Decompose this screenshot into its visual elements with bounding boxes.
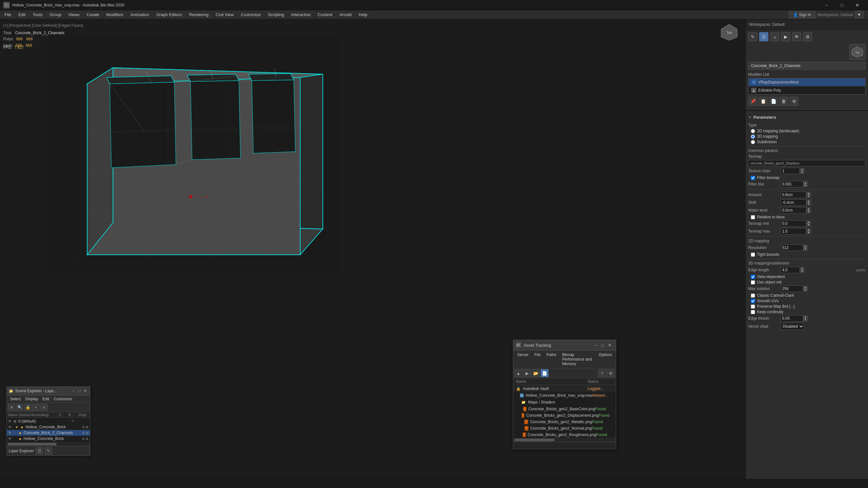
se-menu-customize[interactable]: Customize	[52, 396, 74, 402]
se-filter-btn[interactable]: 🔍	[16, 404, 23, 411]
delete-btn[interactable]: 🗑	[779, 97, 788, 106]
texmap-min-up[interactable]: ▲	[806, 221, 811, 224]
use-object-mtl-check[interactable]	[751, 280, 755, 285]
workspace-dropdown[interactable]: ▼	[855, 11, 864, 19]
at-menu-server[interactable]: Server	[515, 352, 531, 367]
at-scrollbar-thumb[interactable]	[515, 438, 555, 441]
radio-2d-mapping[interactable]: 2D mapping (landscape)	[748, 129, 865, 133]
menu-content[interactable]: Content	[314, 11, 336, 19]
amount-up[interactable]: ▲	[806, 192, 811, 195]
se-add-btn[interactable]: +	[32, 404, 39, 411]
menu-scripting[interactable]: Scripting	[265, 11, 288, 19]
filter-blur-spinbox[interactable]: ▲ ▼	[780, 181, 865, 187]
edge-thresh-spinbox[interactable]: ▲ ▼	[780, 315, 865, 322]
at-row-tex-3[interactable]: T Concrete_Bricks_geo2_Normal.png Found	[513, 425, 616, 431]
at-row-maps[interactable]: 📁 Maps / Shaders	[513, 399, 616, 406]
parameters-header[interactable]: ▼ Parameters	[748, 113, 865, 121]
se-minimize-button[interactable]: −	[71, 388, 76, 394]
edge-length-down[interactable]: ▼	[800, 270, 804, 273]
sign-in-button[interactable]: 👤 Sign In	[789, 11, 815, 19]
shift-up[interactable]: ▲	[806, 200, 811, 202]
vector-displ-select[interactable]: Disabled	[780, 323, 804, 330]
texture-chan-spinbox[interactable]: ▲ ▼	[780, 168, 865, 174]
close-button[interactable]: ✕	[850, 0, 865, 10]
amount-input[interactable]	[780, 192, 806, 198]
menu-file[interactable]: File	[1, 11, 14, 19]
at-row-maxfile[interactable]: 3D Hollow_Concrete_Brick_max_vray.max Ne…	[513, 392, 616, 399]
at-scrollbar[interactable]	[515, 438, 615, 441]
preserve-map-brd-row[interactable]: Preserve Map Brd [...]	[748, 304, 865, 309]
at-tb-btn-1[interactable]: ▲	[515, 369, 522, 377]
radio-2d[interactable]	[751, 129, 755, 133]
at-tb-btn-settings[interactable]: ⚙	[607, 369, 615, 377]
utilities-panel-btn[interactable]: ⚙	[803, 32, 812, 41]
modifier-editable-poly[interactable]: ▲ Editable Poly	[749, 87, 865, 95]
menu-modifiers[interactable]: Modifiers	[103, 11, 127, 19]
smooth-uvs-check[interactable]	[751, 299, 755, 303]
resolution-input[interactable]	[780, 245, 803, 251]
texture-chan-up[interactable]: ▲	[800, 168, 804, 171]
resolution-up[interactable]: ▲	[803, 245, 808, 248]
radio-subdivision[interactable]: Subdivision	[748, 140, 865, 144]
texmap-max-input[interactable]	[780, 228, 806, 234]
menu-arnold[interactable]: Arnold	[336, 11, 355, 19]
hierarchy-panel-btn[interactable]: ▵	[770, 32, 779, 41]
se-row-concrete-brick[interactable]: 👁 ■ Concrete_Brick_2_Channels ⚙ 🗎	[7, 430, 90, 436]
water-level-input[interactable]	[780, 207, 806, 214]
modify-panel-btn[interactable]: ☰	[759, 32, 768, 41]
edge-length-input[interactable]	[780, 267, 800, 273]
at-minimize-button[interactable]: −	[592, 341, 599, 349]
edge-thresh-up[interactable]: ▲	[803, 316, 808, 318]
edge-length-spinbox[interactable]: ▲ ▼	[780, 267, 856, 273]
tight-bounds-check[interactable]	[751, 253, 755, 257]
filter-texmap-row[interactable]: Filter texmap	[748, 175, 865, 180]
texmap-min-down[interactable]: ▼	[806, 224, 811, 226]
shift-spinbox[interactable]: ▲ ▼	[780, 199, 865, 206]
at-close-button[interactable]: ✕	[606, 341, 613, 349]
max-subdivs-spinbox[interactable]: ▲ ▼	[780, 286, 865, 292]
edge-thresh-input[interactable]	[780, 315, 803, 322]
se-close-layer-btn[interactable]: ✕	[8, 404, 15, 411]
water-level-spinbox[interactable]: ▲ ▼	[780, 207, 865, 214]
radio-3d[interactable]	[751, 134, 755, 139]
smooth-uvs-row[interactable]: Smooth UVs	[748, 299, 865, 303]
se-menu-select[interactable]: Select	[8, 396, 23, 402]
menu-tools[interactable]: Tools	[29, 11, 45, 19]
se-lock-btn[interactable]: 🔒	[24, 404, 31, 411]
se-row-hollow-brick[interactable]: 👁 ▼ ■ Hollow_Concrete_Brick ⚙ 🗎	[7, 424, 90, 430]
layer-explore-btn-1[interactable]: ☰	[36, 447, 43, 454]
edge-length-up[interactable]: ▲	[800, 267, 804, 270]
view-dependent-check[interactable]	[751, 275, 755, 279]
menu-rendering[interactable]: Rendering	[186, 11, 212, 19]
minimize-button[interactable]: −	[819, 0, 834, 10]
edge-thresh-down[interactable]: ▼	[803, 318, 808, 321]
menu-edit[interactable]: Edit	[15, 11, 29, 19]
texmap-display[interactable]: oncrete_Bricks_geo2_Displace	[748, 160, 865, 166]
at-menu-bitmap[interactable]: Bitmap Performance and Memory	[559, 352, 595, 367]
se-row-hollow-brick-2[interactable]: 👁 ■ Hollow_Concrete_Brick ⚙ 🗎	[7, 436, 90, 442]
at-restore-button[interactable]: □	[599, 341, 606, 349]
max-subdivs-up[interactable]: ▲	[803, 286, 808, 289]
resolution-down[interactable]: ▼	[803, 248, 808, 251]
view-dependent-row[interactable]: View-dependent	[748, 274, 865, 279]
create-panel-btn[interactable]: ✎	[748, 32, 757, 41]
pin-btn[interactable]: 📌	[748, 97, 757, 106]
radio-3d-mapping[interactable]: 3D mapping	[748, 134, 865, 139]
amount-spinbox[interactable]: ▲ ▼	[780, 192, 865, 198]
at-tb-btn-4[interactable]: 📄	[541, 369, 549, 377]
filter-blur-down[interactable]: ▼	[803, 184, 808, 187]
at-row-tex-2[interactable]: T Concrete_Bricks_geo2_Metallic.png Foun…	[513, 419, 616, 425]
at-row-vault[interactable]: 🔒 Autodesk Vault Logged...	[513, 385, 616, 392]
radio-subdiv[interactable]	[751, 140, 755, 144]
scene-explorer-dialog[interactable]: 📁 Scene Explorer - Laye... − □ ✕ Select …	[6, 386, 90, 456]
layer-explore-btn-2[interactable]: ✎	[45, 447, 52, 454]
at-tb-btn-2[interactable]: ▶	[523, 369, 531, 377]
relative-bbox-row[interactable]: Relative to bbox	[748, 215, 865, 219]
water-level-up[interactable]: ▲	[806, 207, 811, 210]
se-scrollbar-thumb[interactable]	[8, 443, 57, 446]
filter-blur-up[interactable]: ▲	[803, 181, 808, 184]
filter-texmap-check[interactable]	[751, 176, 755, 180]
use-object-mtl-row[interactable]: Use object mtl	[748, 280, 865, 285]
texture-chan-input[interactable]	[780, 168, 800, 174]
menu-interactive[interactable]: Interactive	[288, 11, 314, 19]
